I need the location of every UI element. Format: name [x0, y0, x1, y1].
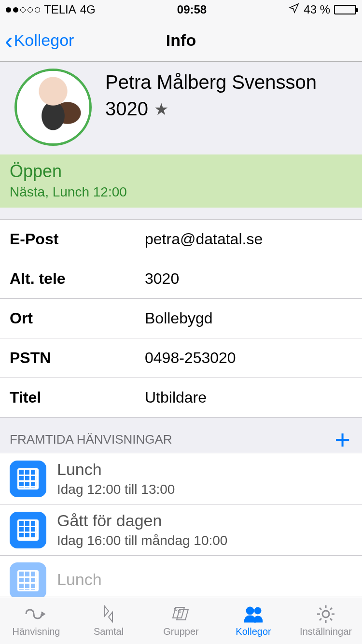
tab-hanvisning[interactable]: Hänvisning	[0, 597, 72, 644]
svg-point-2	[246, 607, 254, 615]
info-value: Bollebygd	[145, 309, 213, 327]
carrier-label: TELIA	[44, 3, 76, 16]
back-button[interactable]: ‹ Kollegor	[5, 28, 74, 53]
event-subtitle: Idag 12:00 till 13:00	[57, 482, 175, 497]
info-value: petra@datatal.se	[145, 230, 263, 248]
network-label: 4G	[80, 3, 96, 16]
profile-header: Petra Målberg Svensson 3020 ★	[0, 62, 362, 154]
tab-samtal[interactable]: Samtal	[72, 597, 145, 644]
tab-bar: Hänvisning Samtal Grupper Kollegor Instä…	[0, 597, 362, 644]
tab-installningar[interactable]: Inställningar	[290, 597, 362, 644]
people-icon	[241, 604, 265, 624]
avatar-image	[17, 71, 89, 143]
groups-icon	[169, 604, 193, 624]
location-icon	[288, 2, 300, 17]
event-title: Gått för dagen	[57, 511, 227, 530]
battery-icon	[334, 5, 356, 14]
calendar-icon	[10, 512, 46, 548]
content-scroll[interactable]: Petra Målberg Svensson 3020 ★ Öppen Näst…	[0, 62, 362, 597]
tab-label: Hänvisning	[13, 626, 60, 637]
calendar-icon	[10, 461, 46, 497]
nav-bar: ‹ Kollegor Info	[0, 19, 362, 62]
status-bar: TELIA 4G 09:58 43 %	[0, 0, 362, 19]
info-value: 0498-253020	[145, 349, 236, 367]
tab-label: Inställningar	[300, 626, 352, 637]
info-label: PSTN	[10, 349, 145, 367]
event-title: Lunch	[57, 570, 102, 589]
info-row-titel[interactable]: Titel Utbildare	[0, 378, 362, 418]
calendar-icon	[10, 562, 46, 597]
event-row[interactable]: Lunch Idag 12:00 till 13:00	[0, 453, 362, 504]
battery-pct-label: 43 %	[304, 3, 330, 16]
status-left: TELIA 4G	[6, 3, 96, 16]
info-value: Utbildare	[145, 389, 207, 406]
status-right: 43 %	[288, 2, 356, 17]
info-label: E-Post	[10, 230, 145, 248]
event-list: Lunch Idag 12:00 till 13:00 Gått för dag…	[0, 453, 362, 597]
referral-icon	[24, 604, 48, 624]
future-referrals-header: FRAMTIDA HÄNVISNINGAR +	[0, 418, 362, 453]
tab-kollegor[interactable]: Kollegor	[217, 597, 290, 644]
tab-grupper[interactable]: Grupper	[145, 597, 217, 644]
info-label: Ort	[10, 309, 145, 327]
avatar[interactable]	[14, 69, 92, 146]
event-subtitle: Idag 16:00 till måndag 10:00	[57, 533, 227, 548]
presence-banner: Öppen Nästa, Lunch 12:00	[0, 154, 362, 208]
info-row-email[interactable]: E-Post petra@datatal.se	[0, 220, 362, 259]
event-row[interactable]: Lunch	[0, 556, 362, 597]
info-row-ort[interactable]: Ort Bollebygd	[0, 299, 362, 338]
info-label: Titel	[10, 389, 145, 406]
info-row-pstn[interactable]: PSTN 0498-253020	[0, 338, 362, 378]
contact-extension: 3020	[105, 98, 148, 120]
info-list: E-Post petra@datatal.se Alt. tele 3020 O…	[0, 219, 362, 418]
section-title: FRAMTIDA HÄNVISNINGAR	[10, 432, 172, 447]
signal-strength-icon	[6, 7, 40, 13]
info-row-alt-tele[interactable]: Alt. tele 3020	[0, 259, 362, 299]
tab-label: Kollegor	[236, 626, 271, 637]
info-value: 3020	[145, 270, 179, 288]
star-icon[interactable]: ★	[154, 99, 168, 119]
contact-name: Petra Målberg Svensson	[105, 71, 317, 93]
presence-status: Öppen	[10, 161, 352, 182]
calls-icon	[97, 604, 121, 624]
presence-next: Nästa, Lunch 12:00	[10, 184, 352, 200]
info-label: Alt. tele	[10, 270, 145, 288]
event-title: Lunch	[57, 460, 175, 479]
chevron-left-icon: ‹	[5, 28, 13, 53]
gear-icon	[314, 604, 338, 624]
clock-label: 09:58	[177, 3, 207, 16]
svg-point-3	[254, 607, 261, 614]
tab-label: Grupper	[163, 626, 198, 637]
event-row[interactable]: Gått för dagen Idag 16:00 till måndag 10…	[0, 504, 362, 556]
tab-label: Samtal	[94, 626, 124, 637]
back-label: Kollegor	[14, 31, 74, 50]
svg-point-4	[322, 611, 329, 617]
add-referral-button[interactable]: +	[334, 433, 350, 447]
